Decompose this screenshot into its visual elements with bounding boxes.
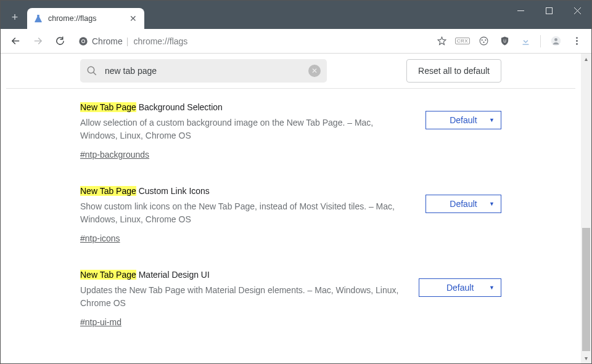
svg-point-18 [576,37,578,39]
address-bar[interactable]: Chrome | chrome://flags [72,32,429,51]
svg-point-21 [88,67,94,73]
site-label: Chrome [92,36,123,46]
svg-rect-15 [522,44,528,44]
flags-search-box[interactable]: ✕ [80,59,327,83]
window-minimize-button[interactable] [506,1,535,20]
scrollbar-down-button[interactable]: ▾ [581,353,591,363]
reload-button[interactable] [50,31,70,51]
svg-point-8 [82,40,84,42]
scrollbar-up-button[interactable]: ▴ [581,54,591,64]
bookmark-star-button[interactable] [432,31,451,51]
page-content: ✕ Reset all to default New Tab Page Back… [1,54,591,363]
toolbar-separator [540,35,541,47]
flag-select-dropdown[interactable]: Default [426,195,501,213]
flag-anchor-link[interactable]: #ntp-ui-md [80,316,121,329]
vertical-scrollbar[interactable]: ▴ ▾ [581,54,591,363]
tab-strip: + chrome://flags ✕ [1,6,591,29]
extension-crx-icon[interactable]: CRX [453,31,472,51]
svg-point-12 [485,39,486,41]
svg-point-13 [483,42,484,43]
flag-description: Allow selection of a custom background i… [80,116,413,142]
flag-title: New Tab Page Custom Link Icons [80,185,413,198]
forward-button[interactable] [28,31,47,51]
scrollbar-thumb[interactable] [582,228,590,351]
browser-toolbar: Chrome | chrome://flags CRX U [1,29,591,54]
tab-close-button[interactable]: ✕ [128,14,138,23]
flag-select-dropdown[interactable]: Default [419,278,501,297]
window-close-button[interactable] [563,1,591,20]
window-maximize-button[interactable] [535,1,563,20]
svg-marker-9 [438,37,446,44]
menu-button[interactable] [567,31,586,51]
flag-title: New Tab Page Material Design UI [80,269,406,281]
site-identity: Chrome | [78,36,128,46]
flag-item: New Tab Page Custom Link Icons Show cust… [80,185,501,245]
flags-search-input[interactable] [104,65,302,76]
window-controls [506,1,591,20]
extension-circle-icon[interactable] [474,31,493,51]
window-titlebar [1,1,591,6]
back-button[interactable] [6,31,25,51]
omnibox-separator: | [126,36,129,46]
svg-line-22 [93,72,96,75]
svg-point-19 [576,40,578,42]
tab-title: chrome://flags [48,14,123,23]
flags-header: ✕ Reset all to default [6,54,575,89]
flag-description: Updates the New Tab Page with Material D… [80,284,406,310]
svg-text:U: U [503,39,506,43]
chrome-icon [78,36,88,46]
svg-point-20 [576,43,578,45]
new-tab-button[interactable]: + [6,8,24,26]
flag-item: New Tab Page Material Design UI Updates … [80,269,501,329]
extension-shield-icon[interactable]: U [495,31,514,51]
flag-title: New Tab Page Background Selection [80,101,413,114]
profile-avatar-button[interactable] [546,31,565,51]
browser-tab[interactable]: chrome://flags ✕ [27,8,144,29]
search-clear-button[interactable]: ✕ [308,65,321,77]
search-icon [86,65,97,76]
flag-item: New Tab Page Background Selection Allow … [80,101,501,161]
flag-anchor-link[interactable]: #ntp-icons [80,232,120,245]
url-text: chrome://flags [133,36,187,46]
download-arrow-icon[interactable] [516,31,535,51]
svg-rect-1 [546,7,552,14]
reset-all-button[interactable]: Reset all to default [406,59,501,83]
svg-point-11 [481,39,482,41]
flask-icon [33,14,43,23]
flag-anchor-link[interactable]: #ntp-backgrounds [80,148,149,161]
flag-select-dropdown[interactable]: Default [426,111,501,129]
flag-description: Show custom link icons on the New Tab Pa… [80,200,413,226]
svg-point-17 [554,38,557,41]
flag-list: New Tab Page Background Selection Allow … [6,89,575,363]
svg-point-10 [480,37,488,45]
